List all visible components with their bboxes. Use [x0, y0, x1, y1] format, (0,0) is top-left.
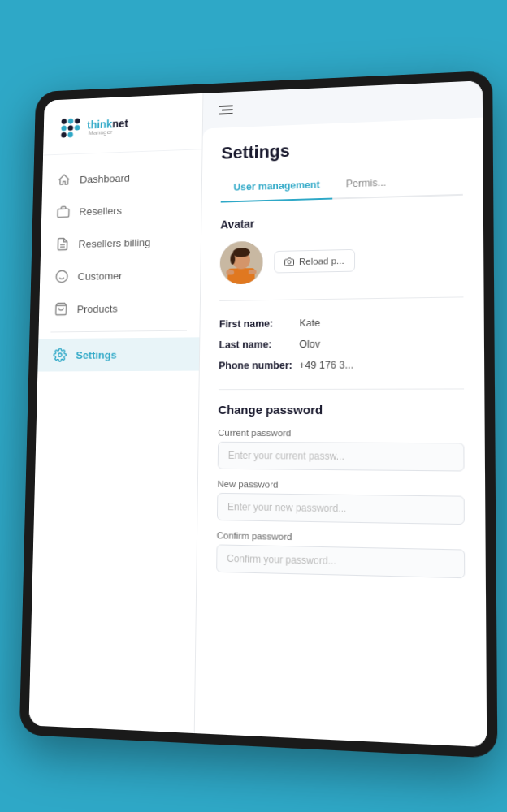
tab-user-management[interactable]: User management	[221, 172, 333, 202]
device-screen: thinknet Manager Dashboard	[28, 80, 487, 747]
avatar-section: Avatar	[219, 212, 463, 285]
hamburger-menu-icon[interactable]	[219, 104, 233, 119]
sidebar-item-dashboard[interactable]: Dashboard	[42, 159, 202, 197]
svg-point-3	[61, 125, 67, 131]
first-name-value: Kate	[299, 317, 320, 329]
sidebar-label-dashboard: Dashboard	[80, 172, 130, 185]
confirm-password-input[interactable]	[216, 544, 465, 578]
current-password-group: Current password	[218, 428, 465, 472]
sidebar-label-customer: Customer	[77, 270, 122, 282]
svg-point-7	[67, 132, 73, 137]
device-frame: thinknet Manager Dashboard	[20, 71, 498, 758]
svg-line-17	[219, 106, 232, 106]
confirm-password-label: Confirm password	[217, 530, 465, 545]
new-password-label: New password	[217, 479, 464, 492]
last-name-row: Last name: Olov	[219, 332, 463, 356]
sidebar: thinknet Manager Dashboard	[28, 93, 203, 733]
svg-rect-25	[226, 270, 234, 275]
svg-rect-26	[249, 270, 257, 274]
new-password-input[interactable]	[217, 493, 465, 525]
sidebar-label-resellers-billing: Resellers billing	[78, 236, 150, 249]
logo-net: net	[112, 117, 128, 130]
svg-point-12	[56, 270, 67, 283]
avatar-label: Avatar	[220, 212, 463, 231]
logo-container: thinknet Manager	[58, 111, 187, 141]
sidebar-label-settings: Settings	[76, 348, 116, 361]
svg-line-19	[219, 114, 232, 114]
svg-rect-8	[58, 209, 69, 217]
logo-icon	[58, 115, 83, 140]
current-password-input[interactable]	[218, 442, 465, 472]
svg-point-1	[68, 119, 74, 124]
main-content: Settings User management Permis... Avata…	[195, 80, 488, 747]
new-password-group: New password	[217, 479, 465, 525]
svg-point-2	[75, 119, 80, 124]
sidebar-label-products: Products	[77, 302, 118, 314]
svg-point-5	[75, 125, 80, 131]
nav-divider	[50, 330, 187, 333]
settings-panel: Settings User management Permis... Avata…	[195, 118, 488, 748]
sidebar-item-settings[interactable]: Settings	[37, 337, 199, 371]
divider-1	[219, 296, 463, 301]
camera-icon	[284, 257, 294, 266]
briefcase-icon	[56, 205, 70, 218]
current-password-label: Current password	[218, 428, 464, 438]
tabs-row: User management Permis...	[221, 168, 463, 203]
avatar-person-svg	[219, 241, 262, 285]
tab-permissions[interactable]: Permis...	[333, 171, 400, 200]
page-title: Settings	[221, 134, 462, 163]
logo-text-group: thinknet Manager	[87, 117, 128, 136]
svg-point-16	[58, 353, 62, 356]
sidebar-label-resellers: Resellers	[79, 205, 122, 218]
last-name-value: Olov	[299, 339, 320, 350]
svg-point-4	[67, 125, 73, 131]
phone-row: Phone number: +49 176 3...	[219, 353, 464, 376]
nav-items: Dashboard Resellers	[28, 149, 202, 733]
sidebar-item-resellers[interactable]: Resellers	[41, 192, 202, 229]
avatar	[219, 241, 262, 285]
user-info: First name: Kate Last name: Olov Phone n…	[219, 311, 464, 377]
sidebar-item-resellers-billing[interactable]: Resellers billing	[41, 224, 201, 261]
gear-icon	[53, 348, 67, 361]
smile-icon	[55, 270, 69, 283]
phone-label: Phone number:	[219, 360, 299, 371]
change-password-section: Change password Current password New pas…	[216, 403, 465, 578]
svg-point-6	[61, 132, 67, 138]
sidebar-item-customer[interactable]: Customer	[40, 257, 201, 293]
first-name-row: First name: Kate	[219, 311, 464, 335]
change-password-title: Change password	[218, 403, 464, 417]
home-icon	[57, 173, 71, 187]
logo-area: thinknet Manager	[43, 93, 202, 156]
shopping-bag-icon	[54, 302, 68, 316]
file-icon	[56, 237, 70, 251]
sidebar-item-products[interactable]: Products	[39, 291, 200, 326]
last-name-label: Last name:	[219, 339, 299, 351]
phone-value: +49 176 3...	[299, 360, 353, 371]
first-name-label: First name:	[219, 317, 300, 330]
confirm-password-group: Confirm password	[216, 530, 465, 578]
top-bar	[203, 80, 483, 119]
svg-point-27	[288, 261, 291, 264]
divider-2	[219, 388, 464, 390]
avatar-row: Reload p...	[219, 236, 463, 285]
reload-photo-label: Reload p...	[299, 256, 344, 266]
svg-point-0	[62, 119, 67, 124]
reload-photo-button[interactable]: Reload p...	[274, 249, 354, 274]
svg-line-18	[222, 110, 232, 110]
